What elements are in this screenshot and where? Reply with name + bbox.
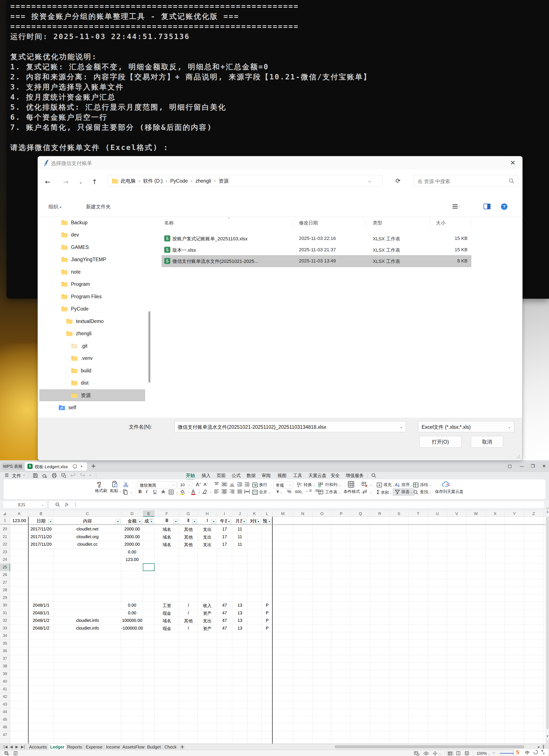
ime-logo-icon[interactable]: S (516, 749, 519, 756)
tree-item-.git[interactable]: .git (71, 340, 88, 352)
strikethrough-button[interactable] (161, 489, 166, 495)
cell-C20[interactable]: cloudlet.net (54, 527, 121, 532)
align-bottom-button[interactable] (229, 482, 235, 487)
tree-item-self[interactable]: self (58, 402, 76, 414)
file-row-1[interactable]: S版本一.xlsx2025-11-03 21:37XLSX 工作表15 KB (162, 244, 471, 256)
cell-J30[interactable]: 13 (232, 603, 248, 608)
ime-fullhalf-icon[interactable] (533, 749, 539, 755)
print-icon[interactable] (51, 473, 57, 478)
tree-item-资源[interactable]: 资源 (71, 389, 91, 401)
copy-button[interactable]: ⌄ (122, 489, 133, 495)
table-style-button[interactable]: ⌄ (361, 482, 372, 488)
cell-L33[interactable]: P (262, 626, 273, 631)
filter-button-D1[interactable] (138, 519, 142, 524)
cell-C22[interactable]: cloudlet.cc (54, 542, 121, 547)
cell-F33[interactable]: 现金 (155, 626, 179, 632)
column-header-J[interactable]: J (232, 511, 248, 517)
cell-L32[interactable]: P (262, 618, 273, 623)
filter-button-H1[interactable] (211, 519, 216, 524)
cell-G30[interactable]: / (179, 603, 198, 608)
convert-button[interactable]: 转换⌄ (297, 482, 315, 488)
cell-H30[interactable]: 收入 (198, 603, 217, 609)
up-icon[interactable]: ↑ (92, 178, 97, 186)
sort-button[interactable]: 排序⌄ (394, 482, 413, 488)
file-row-2[interactable]: S微信支付账单流水文件(20251021-2025...2025-11-03 1… (162, 256, 471, 267)
column-date[interactable]: 修改日期 (299, 220, 318, 226)
currency-button[interactable]: ¥⌄ (276, 489, 282, 494)
print-preview-icon[interactable] (61, 473, 67, 478)
cut-button[interactable] (123, 482, 129, 488)
cancel-button[interactable]: 取消 (471, 436, 503, 448)
row-header-45[interactable]: 45 (0, 716, 10, 724)
breadcrumb-chevron-icon[interactable]: ⌄ (368, 179, 371, 183)
row-header-39[interactable]: 39 (0, 670, 10, 678)
cell-H33[interactable]: 资产 (198, 626, 217, 632)
font-size-chevron-icon[interactable]: ⌄ (188, 483, 191, 486)
increase-indent-button[interactable] (244, 482, 250, 487)
cell-J33[interactable]: 13 (232, 626, 248, 631)
find-button[interactable]: 查找⌄ (413, 489, 431, 495)
ribbon-tab-home[interactable]: 开始 (186, 473, 195, 479)
open-button[interactable]: 打开(O) (419, 436, 461, 448)
cell-I20[interactable]: 17 (217, 527, 232, 532)
tree-item-GAMES[interactable]: GAMES (61, 241, 89, 253)
justify-button[interactable] (237, 489, 243, 494)
wps-app-tab[interactable]: WPS 表格 (2, 463, 24, 470)
tree-item-dist[interactable]: dist (71, 377, 89, 389)
view-normal-button[interactable] (446, 751, 454, 756)
column-header-K[interactable]: K (248, 511, 262, 517)
row-header-36[interactable]: 36 (0, 647, 10, 655)
cell-I33[interactable]: 47 (217, 626, 232, 631)
prev-sheet-icon[interactable]: ◀ (10, 745, 13, 749)
align-right-button[interactable] (229, 489, 235, 494)
pan-mode-icon[interactable] (432, 751, 438, 756)
cell-B31[interactable]: 2048/1/1 (28, 611, 54, 615)
conditional-format-icon[interactable] (347, 481, 355, 488)
cell-F20[interactable]: 域名 (155, 527, 179, 532)
increase-decimal-button[interactable]: ←.0 (305, 489, 311, 493)
ribbon-tab-4[interactable]: 数据 (247, 473, 256, 479)
cell-D31[interactable]: 0.00 (121, 611, 143, 615)
tree-item-note[interactable]: note (61, 266, 81, 278)
cell-D30[interactable]: 0.00 (121, 603, 143, 608)
file-menu[interactable]: 文件 (12, 473, 21, 479)
sheet-tab-Ledger[interactable]: Ledger (49, 744, 66, 750)
filter-button-F1[interactable] (174, 519, 178, 524)
row-header-23[interactable]: 23 (0, 548, 10, 556)
cell-H20[interactable]: 支出 (198, 527, 217, 532)
cell-G21[interactable]: 其他 (179, 534, 198, 540)
name-box-chevron-icon[interactable]: ⌄ (41, 503, 44, 506)
cell-L31[interactable]: P (262, 611, 273, 615)
name-box[interactable]: E25 ⌄ (3, 501, 47, 508)
ime-punctuation-button[interactable]: °, (541, 749, 544, 755)
cell-F32[interactable]: 域名 (155, 618, 179, 624)
breadcrumb-item-2[interactable]: PyCode (170, 178, 188, 184)
conditional-format-label[interactable]: 条件格式⌄ (343, 489, 363, 494)
row-header-28[interactable]: 28 (0, 586, 10, 594)
cell-D32[interactable]: 100000.00 (121, 618, 143, 623)
ribbon-search-icon[interactable] (371, 473, 376, 478)
freeze-button[interactable]: 冻结⌄ (413, 482, 431, 488)
cell-F22[interactable]: 域名 (155, 542, 179, 548)
macro-record-icon[interactable] (4, 751, 9, 756)
row-header-44[interactable]: 44 (0, 708, 10, 716)
fill-color-button[interactable]: ⌄ (180, 489, 190, 495)
filter-button-I1[interactable] (227, 519, 232, 524)
breadcrumb-item-0[interactable]: 此电脑 (121, 178, 136, 184)
column-header-A[interactable]: A (10, 511, 28, 517)
font-name-combo[interactable]: 微软雅黑 ⌄ (137, 481, 177, 488)
cell-G31[interactable]: / (179, 611, 198, 615)
selected-cell-E25[interactable] (143, 563, 155, 571)
ribbon-tab-3[interactable]: 公式 (232, 473, 241, 479)
cell-F21[interactable]: 域名 (155, 534, 179, 540)
italic-button[interactable]: I (146, 489, 148, 494)
cell-C32[interactable]: cloudlet.info (54, 618, 121, 623)
tree-item-build[interactable]: build (71, 365, 91, 376)
column-header-Y[interactable]: Y (505, 511, 524, 517)
ime-language-button[interactable]: 中 (525, 750, 530, 756)
cell-I32[interactable]: 47 (217, 618, 232, 623)
cell-F30[interactable]: 工资 (155, 603, 179, 609)
column-header-N[interactable]: N (293, 511, 312, 517)
format-painter-button[interactable] (95, 481, 103, 488)
row-header-24[interactable]: 24 (0, 556, 10, 564)
